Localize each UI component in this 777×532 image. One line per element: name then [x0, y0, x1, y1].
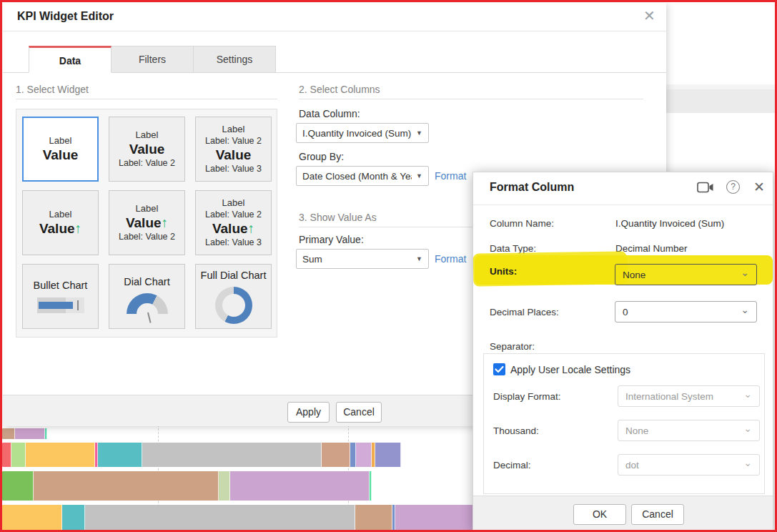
bar-segment	[62, 505, 85, 532]
bar-segment	[355, 505, 392, 532]
apply-button[interactable]: Apply	[287, 402, 330, 423]
decimal-places-label: Decimal Places:	[490, 307, 559, 317]
bar-segment	[2, 471, 34, 501]
bar-segment	[45, 428, 47, 439]
primary-value-select[interactable]: Sum ▼	[296, 249, 429, 269]
bar-segment	[219, 471, 230, 501]
bullet-chart-icon	[37, 297, 84, 314]
tile-label: Label	[49, 209, 72, 220]
tile-value: Value	[129, 141, 165, 157]
close-icon[interactable]: ✕	[753, 179, 765, 195]
dialog-title: KPI Widget Editor	[17, 10, 114, 23]
bar-segment	[395, 505, 474, 532]
chevron-down-icon: ⌄	[741, 267, 749, 278]
display-format-select[interactable]: International System ⌄	[618, 385, 760, 407]
section-show-value-as: 3. Show Value As	[299, 212, 377, 223]
caret-down-icon: ▼	[416, 172, 422, 179]
format-column-dialog: Format Column ? ✕ Column Name: I.Quantit…	[472, 172, 773, 532]
stacked-bar	[2, 505, 474, 532]
full-dial-chart-icon	[215, 287, 252, 324]
decimal-value: dot	[625, 460, 743, 471]
bar-segment	[356, 443, 372, 467]
data-column-select[interactable]: I.Quantity Invoiced (Sum) ▼	[296, 123, 429, 143]
cancel-button[interactable]: Cancel	[336, 402, 382, 423]
bar-segment	[11, 443, 26, 467]
bar-segment	[375, 443, 401, 467]
separator-group-box: Apply User Locale Settings Display Forma…	[483, 353, 765, 494]
stacked-bar	[2, 443, 401, 467]
widget-tile-dial-chart[interactable]: Dial Chart	[109, 264, 185, 329]
caret-down-icon: ▼	[416, 129, 422, 137]
primary-value-label: Primary Value:	[299, 234, 364, 245]
tile-label: Dial Chart	[124, 276, 169, 287]
dial-chart-icon	[127, 293, 168, 317]
apply-user-locale-label: Apply User Locale Settings	[510, 364, 630, 375]
column-name-value: I.Quantity Invoiced (Sum)	[615, 218, 724, 229]
widget-tile-value-sub[interactable]: Label Value Label: Value 2	[109, 117, 185, 182]
thousand-select[interactable]: None ⌄	[618, 420, 760, 441]
units-value: None	[623, 270, 741, 280]
tab-data[interactable]: Data	[29, 46, 112, 73]
tile-value: Value	[43, 147, 79, 163]
bar-segment	[34, 471, 219, 501]
video-camera-icon[interactable]	[697, 182, 714, 193]
tile-sub: Label: Value 2	[119, 231, 175, 242]
tile-label: Label	[49, 135, 72, 147]
bar-segment	[98, 443, 142, 467]
arrow-up-icon: ↑	[75, 221, 82, 236]
units-label: Units:	[490, 266, 517, 277]
data-column-label: Data Column:	[299, 108, 360, 119]
group-by-format-link[interactable]: Format	[435, 170, 466, 182]
tile-label: Label	[222, 124, 245, 135]
thousand-label: Thousand:	[493, 425, 539, 436]
ok-button[interactable]: OK	[573, 504, 626, 525]
tile-label: Bullet Chart	[34, 280, 88, 291]
decimal-select[interactable]: dot ⌄	[618, 454, 760, 476]
title-divider	[3, 31, 666, 31]
section-underline	[16, 99, 277, 99]
caret-down-icon: ▼	[416, 255, 422, 262]
widget-type-grid: Label Value Label Value Label: Value 2 L…	[16, 109, 277, 338]
tile-value: Value↑	[39, 220, 81, 237]
primary-value-format-link[interactable]: Format	[435, 253, 466, 265]
bar-segment	[2, 505, 62, 532]
cancel-button[interactable]: Cancel	[631, 504, 684, 525]
data-column-value: I.Quantity Invoiced (Sum)	[302, 128, 412, 139]
group-by-select[interactable]: Date Closed (Month & Yea ▼	[296, 166, 429, 186]
close-icon[interactable]: ✕	[643, 7, 655, 24]
bar-segment	[370, 471, 372, 501]
stacked-bar	[2, 471, 372, 501]
widget-tile-full-dial-chart[interactable]: Full Dial Chart	[195, 264, 272, 329]
chevron-down-icon: ⌄	[741, 304, 749, 315]
group-by-label: Group By:	[299, 151, 344, 162]
tab-filters[interactable]: Filters	[111, 46, 194, 73]
tile-sub: Label: Value 3	[205, 163, 262, 174]
tile-label: Full Dial Chart	[201, 270, 267, 281]
decimal-places-value: 0	[623, 307, 741, 317]
widget-tile-value-arrow[interactable]: Label Value↑	[22, 190, 99, 255]
column-name-label: Column Name:	[490, 218, 554, 229]
tile-value: Value↑	[212, 220, 254, 237]
decimal-places-select[interactable]: 0 ⌄	[615, 301, 757, 322]
widget-tile-pre-value-arrow-sub[interactable]: Label Label: Value 2 Value↑ Label: Value…	[195, 190, 272, 255]
chevron-down-icon: ⌄	[743, 388, 752, 400]
widget-tile-value-arrow-sub[interactable]: Label Value↑ Label: Value 2	[109, 190, 185, 255]
help-icon[interactable]: ?	[726, 180, 740, 194]
widget-tile-pre-value-sub[interactable]: Label Label: Value 2 Value Label: Value …	[195, 117, 272, 182]
section-underline	[299, 99, 643, 99]
tile-label: Label	[136, 129, 159, 141]
widget-tile-label-value[interactable]: Label Value	[22, 117, 99, 182]
tab-settings[interactable]: Settings	[193, 46, 276, 73]
display-format-value: International System	[625, 391, 743, 402]
widget-tile-bullet-chart[interactable]: Bullet Chart	[22, 264, 99, 329]
tile-pre: Label: Value 2	[205, 135, 262, 147]
separator-label: Separator:	[490, 341, 535, 352]
apply-user-locale-checkbox[interactable]	[493, 363, 505, 375]
primary-value-value: Sum	[302, 254, 412, 265]
bar-segment	[2, 428, 15, 439]
chevron-down-icon: ⌄	[743, 423, 752, 434]
tile-pre: Label: Value 2	[205, 209, 262, 220]
units-select[interactable]: None ⌄	[615, 264, 757, 285]
bar-segment	[230, 471, 370, 501]
bar-segment	[350, 443, 356, 467]
